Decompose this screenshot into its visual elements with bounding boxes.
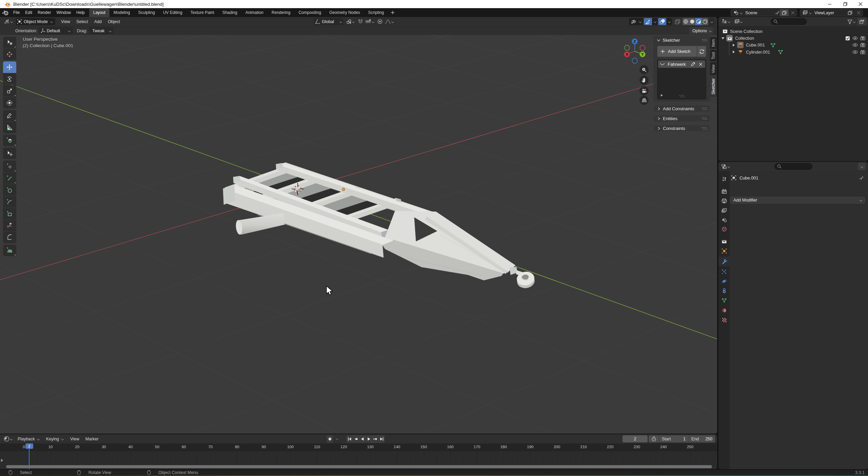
timeline-editor-type-button[interactable] [2, 435, 14, 442]
close-button[interactable] [853, 0, 868, 8]
maximize-button[interactable] [837, 0, 853, 8]
shading-rendered-icon[interactable] [702, 18, 708, 25]
scene-copy-button[interactable] [780, 9, 789, 16]
timeline-menu-keying[interactable]: Keying [43, 435, 67, 443]
add-sketch-button[interactable]: Add Sketch [657, 46, 697, 57]
properties-tab-object-data[interactable] [718, 296, 730, 305]
viewlayer-copy-button[interactable] [846, 11, 854, 15]
properties-tab-particles[interactable] [718, 267, 730, 277]
new-collection-button[interactable] [857, 18, 866, 25]
use-preview-range-icon[interactable] [649, 435, 659, 442]
list-expand-icon[interactable] [660, 94, 664, 97]
scale-tool-button[interactable] [3, 85, 16, 97]
properties-tab-scene[interactable] [718, 215, 730, 225]
viewport-menu-object[interactable]: Object [105, 17, 123, 26]
list-resize-dots[interactable] [679, 95, 685, 98]
panel-drag-dots[interactable] [702, 107, 707, 110]
workspace-tab-sculpting[interactable]: Sculpting [134, 8, 159, 17]
scene-name[interactable]: Scene [743, 11, 760, 15]
measure-tool-button[interactable] [3, 122, 16, 133]
orientation-dropdown[interactable]: Default [39, 27, 73, 34]
viewport-canvas[interactable]: User Perspective (2) Collection | Cube.0… [0, 35, 717, 434]
play-reverse-button[interactable] [359, 435, 366, 443]
transform-tool-button[interactable] [3, 97, 16, 109]
properties-tab-modifiers[interactable] [718, 256, 730, 266]
blender-menu-icon[interactable] [2, 10, 9, 15]
workspace-tab-modeling[interactable]: Modeling [110, 8, 134, 17]
outliner-row-collection[interactable]: Collection [718, 35, 868, 41]
pivot-point-dropdown[interactable] [345, 18, 356, 25]
trim-tool-button[interactable] [3, 220, 16, 231]
exclude-checkbox[interactable] [845, 36, 850, 41]
timeline-menu-view[interactable]: View [67, 435, 82, 443]
hide-viewport-icon[interactable] [852, 43, 858, 47]
disclosure-expanded-icon[interactable] [721, 37, 725, 40]
show-gizmo-icon[interactable] [629, 18, 637, 25]
next-keyframe-button[interactable] [372, 435, 378, 443]
tweak-tool-button[interactable] [3, 37, 16, 48]
properties-tab-constraints[interactable] [718, 286, 730, 296]
sketcher-panel-header[interactable]: Sketcher [654, 36, 710, 44]
viewlayer-chevron-icon[interactable] [809, 12, 812, 14]
viewport-menu-add[interactable]: Add [91, 17, 105, 26]
workspace-tab-layout[interactable]: Layout [89, 8, 110, 17]
overlays-chevron[interactable] [666, 18, 672, 25]
shading-solid-icon[interactable] [689, 18, 695, 25]
annotate-tool-button[interactable] [3, 110, 16, 121]
current-frame-field[interactable]: 2 [623, 435, 648, 442]
add-rectangle-tool-button[interactable] [3, 208, 16, 220]
sketcher-select-tool-button[interactable] [3, 148, 16, 159]
workspace-tab-texture-paint[interactable]: Texture Paint [186, 8, 218, 17]
timeline-menu-playback[interactable]: Playback [15, 435, 43, 443]
collapsed-panel-constraints[interactable]: Constraints [654, 125, 710, 131]
workspace-tab-geometry-nodes[interactable]: Geometry Nodes [325, 8, 364, 17]
viewlayer-remove-button[interactable] [854, 11, 863, 15]
sketch-list-item[interactable]: Fahrwerk [658, 60, 705, 68]
prev-keyframe-button[interactable] [353, 435, 359, 443]
delete-sketch-icon[interactable] [699, 62, 703, 66]
topbar-menu-render[interactable]: Render [35, 8, 54, 17]
workspace-tab-animation[interactable]: Animation [241, 8, 268, 17]
properties-tab-view-layer[interactable] [718, 206, 730, 215]
proportional-editing-icon[interactable] [376, 18, 383, 25]
perspective-toggle-button[interactable] [639, 96, 649, 105]
outliner-row-cylinder[interactable]: Cylinder.001 [718, 49, 868, 55]
properties-tab-world[interactable] [718, 225, 730, 234]
sidebar-tab-view[interactable]: View [710, 62, 717, 75]
timeline-menu-marker[interactable]: Marker [82, 435, 102, 443]
outliner-filter-button[interactable] [846, 18, 857, 25]
scene-chevron-icon[interactable] [739, 12, 743, 14]
add-modifier-dropdown[interactable]: Add Modifier [730, 197, 865, 204]
properties-pin-icon[interactable] [859, 175, 864, 180]
scene-pin-icon[interactable] [775, 10, 780, 15]
hide-viewport-icon[interactable] [852, 36, 858, 40]
add-circle-tool-button[interactable] [3, 184, 16, 196]
refresh-sketches-button[interactable] [697, 46, 706, 57]
scene-icon[interactable] [731, 10, 739, 15]
properties-tab-object[interactable] [718, 246, 730, 256]
editor-type-button[interactable] [2, 18, 14, 25]
navigation-gizmo[interactable]: Z X Y [614, 35, 654, 110]
record-button[interactable] [327, 435, 333, 443]
collapsed-panel-entities[interactable]: Entities [654, 115, 710, 121]
disable-render-icon[interactable] [860, 50, 865, 54]
add-line-tool-button[interactable] [3, 172, 16, 184]
add-cube-tool-button[interactable] [3, 135, 16, 146]
topbar-menu-window[interactable]: Window [54, 8, 74, 17]
workspace-tab-rendering[interactable]: Rendering [268, 8, 294, 17]
timeline-scrollbar[interactable] [6, 465, 712, 468]
disable-render-icon[interactable] [860, 43, 865, 47]
properties-tab-output[interactable] [718, 196, 730, 206]
gizmos-chevron[interactable] [652, 18, 658, 25]
properties-tab-collection-props[interactable] [718, 237, 730, 246]
viewport-menu-select[interactable]: Select [73, 17, 91, 26]
workspace-tab-uv-editing[interactable]: UV Editing [159, 8, 186, 17]
fillet-tool-button[interactable] [3, 232, 16, 243]
add-arc-tool-button[interactable] [3, 196, 16, 208]
pan-button[interactable] [639, 76, 649, 85]
edit-sketch-icon[interactable] [691, 62, 695, 66]
move-tool-button[interactable] [3, 61, 16, 73]
proportional-falloff-dropdown[interactable] [383, 18, 395, 25]
breadcrumb-object-name[interactable]: Cube.001 [739, 175, 758, 180]
workspace-tab-scripting[interactable]: Scripting [364, 8, 388, 17]
